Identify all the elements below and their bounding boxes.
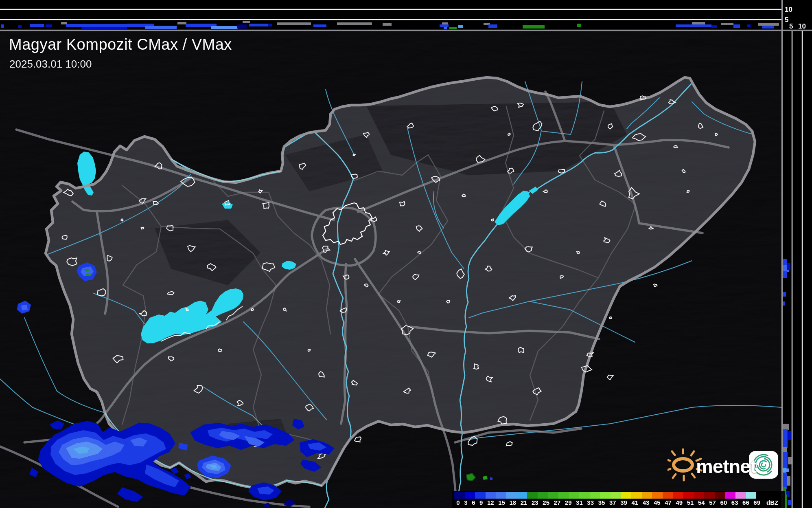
dbz-spacer (756, 492, 782, 499)
dbz-tick-label: 49 (674, 499, 685, 507)
dbz-swatch (548, 492, 558, 499)
profile-echo-segment (676, 24, 711, 27)
dbz-swatch (538, 492, 548, 499)
dbz-tick-label: 35 (596, 499, 607, 507)
profile-echo-segment (81, 27, 127, 29)
dbz-swatch (465, 492, 475, 499)
dbz-swatch (486, 492, 496, 499)
dbz-swatch (683, 492, 694, 499)
profile-echo-segment (61, 22, 67, 24)
dbz-tick-label: 23 (530, 499, 541, 507)
profile-echo-segment (313, 24, 326, 27)
profile-echo-segment (46, 24, 52, 27)
dbz-swatch (621, 492, 632, 499)
profile-echo-segment (18, 25, 22, 28)
profile-echo-segment (440, 24, 449, 27)
dbz-swatch (475, 492, 486, 499)
profile-echo-segment (787, 263, 790, 270)
profile-echo-segment (786, 468, 789, 472)
profile-echo-segment (277, 22, 311, 25)
dbz-color-scale: 0369121518212325272931333537394143454749… (452, 491, 785, 508)
profile-echo-segment (762, 26, 774, 29)
radar-composite-app: Magyar Kompozit CMax / VMax 2025.03.01 1… (0, 0, 812, 508)
profile-echo-segment (444, 27, 447, 29)
profile-echo-segment (30, 24, 44, 27)
dbz-swatch (506, 492, 517, 499)
dbz-swatch (715, 492, 725, 499)
metnet-logo-text: metnet (696, 455, 756, 477)
profile-echo-segment (733, 24, 740, 28)
profile-echo-segment (692, 22, 705, 24)
profile-echo-segment (788, 457, 792, 464)
dbz-tick-label: 57 (707, 499, 718, 507)
right-axis-label-5km: 5 (789, 23, 793, 30)
profile-echo-segment (337, 22, 372, 25)
dbz-tick-label: 33 (585, 499, 596, 507)
dbz-swatch (569, 492, 580, 499)
profile-echo-segment (783, 292, 786, 297)
profile-echo-segment (711, 25, 717, 28)
dbz-tick-label: 29 (563, 499, 574, 507)
dbz-swatch (725, 492, 735, 499)
dbz-swatch (600, 492, 611, 499)
dbz-tick-label: 9 (477, 499, 485, 507)
dbz-swatch (704, 492, 715, 499)
dbz-tick-label: 3 (462, 499, 470, 507)
profile-echo-segment (747, 24, 751, 27)
dbz-tick-label: 45 (652, 499, 663, 507)
dbz-tick-label: 31 (574, 499, 585, 507)
dbz-swatch (642, 492, 652, 499)
dbz-swatch (579, 492, 590, 499)
profile-echo-segment (66, 24, 127, 27)
dbz-tick-label: 66 (740, 499, 751, 507)
profile-echo-segment (458, 25, 463, 28)
profile-echo-segment (243, 21, 250, 23)
profile-echo-segment (788, 431, 791, 440)
profile-echo-segment (783, 424, 789, 430)
dbz-tick-label: 39 (618, 499, 629, 507)
right-axis-label-10km: 10 (798, 23, 806, 30)
dbz-swatch (454, 492, 465, 499)
profile-echo-segment (145, 26, 177, 29)
dbz-tick-label: 60 (718, 499, 729, 507)
dbz-tick-label: 15 (496, 499, 507, 507)
profile-echo-segment (783, 271, 787, 278)
dbz-tick-label: 0 (454, 499, 462, 507)
dbz-swatch (558, 492, 569, 499)
dbz-tick-label: 12 (485, 499, 496, 507)
dbz-swatch (527, 492, 538, 499)
dbz-swatch (496, 492, 506, 499)
profile-echo-segment (783, 301, 785, 306)
profile-echo-segment (249, 24, 269, 26)
profile-echo-segment (268, 24, 272, 26)
dbz-tick-label: 63 (729, 499, 740, 507)
dbz-swatch (517, 492, 527, 499)
dbz-tick-label: 51 (685, 499, 696, 507)
dbz-tick-label: 21 (518, 499, 529, 507)
profile-echo-segment (211, 26, 238, 29)
profile-echo-segment (577, 24, 581, 27)
dbz-tick-label: 18 (507, 499, 518, 507)
profile-echo-segment (758, 23, 779, 26)
dbz-tick-label: 37 (607, 499, 618, 507)
dbz-tick-label: 47 (663, 499, 674, 507)
dbz-tick-label: 43 (640, 499, 651, 507)
profile-echo-segment (237, 24, 247, 29)
dbz-swatch (673, 492, 683, 499)
dbz-swatch (611, 492, 621, 499)
dbz-swatch (746, 492, 757, 499)
dbz-tick-label: 27 (552, 499, 562, 507)
profile-echo-segment (1, 24, 4, 28)
metnet-logo: metnet (668, 446, 786, 483)
profile-echo-segment (442, 22, 448, 24)
profile-echo-segment (783, 259, 787, 266)
dbz-tick-label: 41 (629, 499, 640, 507)
dbz-swatch (663, 492, 673, 499)
dbz-swatches (454, 492, 782, 499)
top-axis-label-10km: 10 (785, 6, 792, 13)
profile-echo-segment (787, 476, 790, 486)
dbz-tick-label: 6 (470, 499, 477, 507)
page-title: Magyar Kompozit CMax / VMax (9, 36, 232, 53)
dbz-tick-label: 69 (751, 499, 762, 507)
profile-echo-segment (488, 24, 497, 28)
